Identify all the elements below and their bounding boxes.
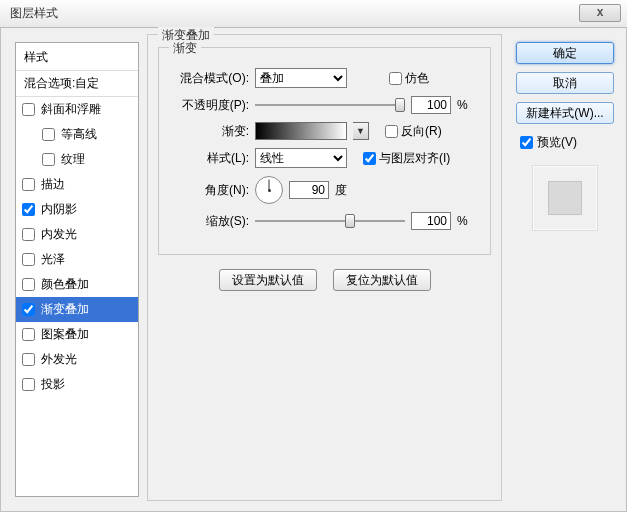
- scale-slider[interactable]: [255, 213, 405, 229]
- sidebar-label-0: 斜面和浮雕: [41, 101, 101, 118]
- sidebar-label-1: 等高线: [61, 126, 97, 143]
- sidebar-item-8[interactable]: 渐变叠加: [16, 297, 138, 322]
- percent-label: %: [457, 98, 468, 112]
- angle-row: 角度(N): 度: [171, 176, 478, 204]
- dialog-body: 样式 混合选项:自定 斜面和浮雕等高线纹理描边内阴影内发光光泽颜色叠加渐变叠加图…: [0, 28, 627, 512]
- sidebar-item-7[interactable]: 颜色叠加: [16, 272, 138, 297]
- scale-label: 缩放(S):: [171, 213, 249, 230]
- blend-mode-label: 混合模式(O):: [171, 70, 249, 87]
- angle-dial[interactable]: [255, 176, 283, 204]
- preview-checkbox[interactable]: 预览(V): [516, 134, 614, 151]
- sidebar-item-10[interactable]: 外发光: [16, 347, 138, 372]
- sidebar-checkbox-2[interactable]: [42, 153, 55, 166]
- sidebar-label-10: 外发光: [41, 351, 77, 368]
- sidebar-item-1[interactable]: 等高线: [16, 122, 138, 147]
- close-icon: x: [597, 5, 604, 19]
- sidebar-item-3[interactable]: 描边: [16, 172, 138, 197]
- reset-default-button[interactable]: 复位为默认值: [333, 269, 431, 291]
- sidebar-item-9[interactable]: 图案叠加: [16, 322, 138, 347]
- sidebar-label-8: 渐变叠加: [41, 301, 89, 318]
- sidebar-checkbox-4[interactable]: [22, 203, 35, 216]
- gradient-inner-group: 渐变 混合模式(O): 叠加 仿色 不透明度(P): % 渐变: ▼: [158, 47, 491, 255]
- angle-unit-label: 度: [335, 182, 347, 199]
- sidebar-checkbox-10[interactable]: [22, 353, 35, 366]
- gradient-overlay-group: 渐变叠加 渐变 混合模式(O): 叠加 仿色 不透明度(P): % 渐变:: [147, 34, 502, 501]
- sidebar-item-5[interactable]: 内发光: [16, 222, 138, 247]
- sidebar-item-4[interactable]: 内阴影: [16, 197, 138, 222]
- styles-sidebar: 样式 混合选项:自定 斜面和浮雕等高线纹理描边内阴影内发光光泽颜色叠加渐变叠加图…: [15, 42, 139, 497]
- gradient-dropdown-icon[interactable]: ▼: [353, 122, 369, 140]
- sidebar-item-2[interactable]: 纹理: [16, 147, 138, 172]
- opacity-input[interactable]: [411, 96, 451, 114]
- sidebar-checkbox-11[interactable]: [22, 378, 35, 391]
- sidebar-checkbox-7[interactable]: [22, 278, 35, 291]
- sidebar-label-11: 投影: [41, 376, 65, 393]
- ok-button[interactable]: 确定: [516, 42, 614, 64]
- sidebar-checkbox-5[interactable]: [22, 228, 35, 241]
- chevron-down-icon: ▼: [356, 126, 365, 136]
- blend-mode-select[interactable]: 叠加: [255, 68, 347, 88]
- inner-group-title: 渐变: [169, 40, 201, 57]
- gradient-label: 渐变:: [171, 123, 249, 140]
- sidebar-checkbox-6[interactable]: [22, 253, 35, 266]
- preview-inner: [548, 181, 582, 215]
- sidebar-checkbox-1[interactable]: [42, 128, 55, 141]
- preview-swatch: [532, 165, 598, 231]
- sidebar-label-9: 图案叠加: [41, 326, 89, 343]
- blend-mode-row: 混合模式(O): 叠加 仿色: [171, 68, 478, 88]
- sidebar-item-11[interactable]: 投影: [16, 372, 138, 397]
- sidebar-blend-options[interactable]: 混合选项:自定: [16, 71, 138, 97]
- sidebar-header[interactable]: 样式: [16, 45, 138, 71]
- scale-row: 缩放(S): %: [171, 212, 478, 230]
- sidebar-label-6: 光泽: [41, 251, 65, 268]
- sidebar-checkbox-9[interactable]: [22, 328, 35, 341]
- opacity-slider[interactable]: [255, 97, 405, 113]
- sidebar-label-7: 颜色叠加: [41, 276, 89, 293]
- right-panel: 确定 取消 新建样式(W)... 预览(V): [512, 28, 626, 511]
- sidebar-item-6[interactable]: 光泽: [16, 247, 138, 272]
- default-buttons-row: 设置为默认值 复位为默认值: [158, 269, 491, 291]
- new-style-button[interactable]: 新建样式(W)...: [516, 102, 614, 124]
- sidebar-label-3: 描边: [41, 176, 65, 193]
- gradient-preview[interactable]: [255, 122, 347, 140]
- close-button[interactable]: x: [579, 4, 621, 22]
- sidebar-label-4: 内阴影: [41, 201, 77, 218]
- window-title: 图层样式: [10, 5, 58, 22]
- sidebar-label-5: 内发光: [41, 226, 77, 243]
- preview-input[interactable]: [520, 136, 533, 149]
- style-select[interactable]: 线性: [255, 148, 347, 168]
- reverse-checkbox[interactable]: 反向(R): [385, 123, 442, 140]
- align-input[interactable]: [363, 152, 376, 165]
- titlebar: 图层样式 x: [0, 0, 627, 28]
- sidebar-checkbox-3[interactable]: [22, 178, 35, 191]
- opacity-row: 不透明度(P): %: [171, 96, 478, 114]
- sidebar-checkbox-8[interactable]: [22, 303, 35, 316]
- sidebar-checkbox-0[interactable]: [22, 103, 35, 116]
- cancel-button[interactable]: 取消: [516, 72, 614, 94]
- scale-input[interactable]: [411, 212, 451, 230]
- percent-label-2: %: [457, 214, 468, 228]
- style-row: 样式(L): 线性 与图层对齐(I): [171, 148, 478, 168]
- main-panel: 渐变叠加 渐变 混合模式(O): 叠加 仿色 不透明度(P): % 渐变:: [139, 28, 512, 511]
- gradient-row: 渐变: ▼ 反向(R): [171, 122, 478, 140]
- reverse-input[interactable]: [385, 125, 398, 138]
- opacity-label: 不透明度(P):: [171, 97, 249, 114]
- style-label: 样式(L):: [171, 150, 249, 167]
- angle-input[interactable]: [289, 181, 329, 199]
- angle-label: 角度(N):: [171, 182, 249, 199]
- dither-checkbox[interactable]: 仿色: [389, 70, 429, 87]
- dither-input[interactable]: [389, 72, 402, 85]
- sidebar-label-2: 纹理: [61, 151, 85, 168]
- set-default-button[interactable]: 设置为默认值: [219, 269, 317, 291]
- align-checkbox[interactable]: 与图层对齐(I): [363, 150, 450, 167]
- sidebar-item-0[interactable]: 斜面和浮雕: [16, 97, 138, 122]
